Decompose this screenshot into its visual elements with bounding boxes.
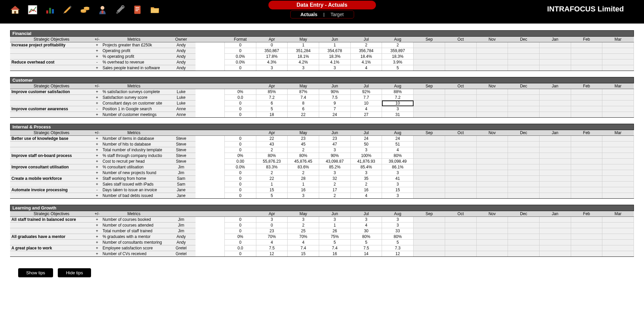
cell-mon[interactable] (445, 176, 476, 182)
cell-mon[interactable]: 5 (256, 106, 288, 112)
cell-mon[interactable]: 359,897 (382, 48, 414, 54)
cell-mon[interactable] (476, 223, 508, 228)
cell-mon[interactable]: 14 (350, 251, 382, 257)
cell-mon[interactable]: 350,867 (256, 48, 288, 54)
cell-mon[interactable]: 83.3% (256, 164, 288, 170)
cell-pm[interactable]: + (93, 54, 101, 59)
cell-mon[interactable] (539, 54, 571, 59)
cell-mon[interactable] (445, 170, 476, 176)
cell-mon[interactable] (571, 170, 602, 176)
cell-mon[interactable]: 6 (288, 106, 319, 112)
cell-fmt[interactable]: 0.0 (225, 95, 256, 101)
cell-mon[interactable]: 85% (256, 89, 288, 95)
cell-mon[interactable]: 27 (350, 112, 382, 118)
cell-mon[interactable]: 16 (350, 187, 382, 193)
cell-mon[interactable] (445, 54, 476, 59)
cell-mon[interactable] (602, 240, 634, 245)
cell-mon[interactable] (571, 176, 602, 182)
cell-mon[interactable] (476, 159, 508, 164)
cell-fmt[interactable]: 0 (225, 223, 256, 228)
cell-mon[interactable] (508, 89, 540, 95)
cell-mon[interactable]: 1 (319, 42, 351, 48)
cell-mon[interactable] (571, 54, 602, 59)
cell-mon[interactable]: 3 (256, 217, 288, 223)
cell-pm[interactable]: + (93, 164, 101, 170)
cell-fmt[interactable]: 0 (225, 106, 256, 112)
cell-mon[interactable]: 4 (350, 223, 382, 228)
cell-pm[interactable]: + (93, 159, 101, 164)
cell-pm[interactable]: + (93, 240, 101, 245)
cell-pm[interactable]: + (93, 101, 101, 106)
cell-mon[interactable]: 3 (256, 65, 288, 71)
cell-mon[interactable]: 4 (350, 65, 382, 71)
cell-fmt[interactable]: 0 (225, 193, 256, 199)
cell-mon[interactable]: 3 (350, 217, 382, 223)
cell-pm[interactable]: - (93, 187, 101, 193)
cell-mon[interactable]: 7.4 (288, 245, 319, 251)
cell-mon[interactable] (508, 54, 540, 59)
cell-mon[interactable]: 33 (382, 228, 414, 234)
cell-mon[interactable] (445, 59, 476, 65)
cell-fmt[interactable]: 0 (225, 42, 256, 48)
cell-mon[interactable] (508, 95, 540, 101)
cell-mon[interactable] (539, 251, 571, 257)
cell-fmt[interactable]: 0 (225, 136, 256, 142)
cell-mon[interactable] (571, 234, 602, 240)
cell-mon[interactable]: 7 (319, 106, 351, 112)
cell-mon[interactable] (508, 142, 540, 147)
cell-mon[interactable]: 26 (319, 228, 351, 234)
cell-mon[interactable]: 86.1% (382, 164, 414, 170)
cell-mon[interactable] (476, 228, 508, 234)
cell-mon[interactable] (539, 159, 571, 164)
cell-mon[interactable] (508, 42, 540, 48)
cell-mon[interactable] (476, 240, 508, 245)
report-icon[interactable] (132, 4, 143, 15)
cell-mon[interactable] (445, 112, 476, 118)
cell-mon[interactable]: 87% (288, 89, 319, 95)
cell-mon[interactable]: 3 (382, 182, 414, 187)
cell-pm[interactable]: + (93, 42, 101, 48)
cell-mon[interactable]: 3 (382, 193, 414, 199)
cell-mon[interactable]: 2 (319, 182, 351, 187)
cell-mon[interactable]: 80% (288, 153, 319, 159)
cell-mon[interactable] (571, 136, 602, 142)
cell-fmt[interactable]: 0 (225, 142, 256, 147)
cell-mon[interactable] (602, 89, 634, 95)
cell-mon[interactable] (602, 176, 634, 182)
cell-pm[interactable]: - (93, 59, 101, 65)
cell-pm[interactable]: + (93, 217, 101, 223)
cell-mon[interactable] (414, 170, 445, 176)
cell-mon[interactable]: 2 (350, 42, 382, 48)
cell-mon[interactable] (602, 48, 634, 54)
cell-mon[interactable]: 4 (382, 147, 414, 153)
cell-mon[interactable] (414, 240, 445, 245)
cell-mon[interactable] (508, 136, 540, 142)
cell-mon[interactable] (571, 159, 602, 164)
cell-mon[interactable] (445, 234, 476, 240)
cell-mon[interactable] (602, 65, 634, 71)
cell-mon[interactable] (476, 42, 508, 48)
cell-mon[interactable]: 15 (256, 187, 288, 193)
cell-mon[interactable]: 4 (288, 240, 319, 245)
cell-mon[interactable] (571, 59, 602, 65)
cell-mon[interactable] (508, 240, 540, 245)
cell-mon[interactable] (539, 153, 571, 159)
cell-mon[interactable] (508, 187, 540, 193)
cell-mon[interactable]: 4.1% (319, 59, 351, 65)
cell-mon[interactable]: 16 (319, 251, 351, 257)
cell-mon[interactable] (571, 193, 602, 199)
cell-mon[interactable] (476, 142, 508, 147)
cell-mon[interactable] (414, 65, 445, 71)
cell-pm[interactable]: + (93, 112, 101, 118)
cell-mon[interactable] (414, 106, 445, 112)
cell-mon[interactable]: 5 (382, 65, 414, 71)
cell-mon[interactable]: 39,098.49 (382, 159, 414, 164)
cell-mon[interactable] (476, 164, 508, 170)
cell-mon[interactable] (571, 101, 602, 106)
cell-mon[interactable] (445, 217, 476, 223)
cell-mon[interactable]: 24 (319, 112, 351, 118)
cell-fmt[interactable]: 0 (225, 65, 256, 71)
cell-mon[interactable] (602, 42, 634, 48)
cell-fmt[interactable]: 0.0% (225, 54, 256, 59)
cell-mon[interactable] (445, 136, 476, 142)
